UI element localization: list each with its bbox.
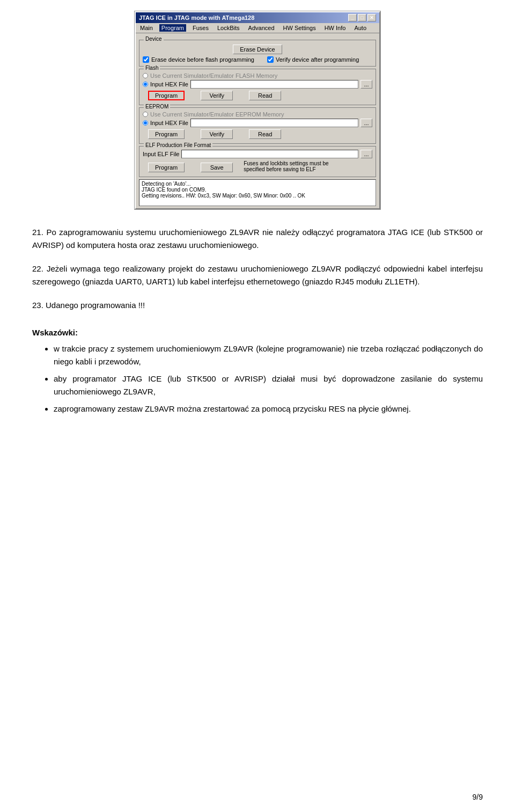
menu-lockbits[interactable]: LockBits [215, 24, 242, 32]
close-button[interactable]: ✕ [367, 14, 376, 21]
verify-after-programming-checkbox[interactable] [267, 56, 274, 63]
erase-before-flash-checkbox[interactable] [143, 56, 149, 63]
minimize-button[interactable]: _ [348, 14, 357, 21]
eeprom-hex-input[interactable] [190, 119, 358, 127]
flash-program-button[interactable]: Program [148, 91, 185, 100]
hint-item-3: zaprogramowany zestaw ZL9AVR można zrest… [54, 403, 483, 415]
menu-advanced[interactable]: Advanced [246, 24, 277, 32]
erase-before-flash-label: Erase device before flash programming [151, 56, 254, 63]
eeprom-buttons-row: Program Verify Read [143, 129, 372, 139]
p21-text: Po zaprogramowaniu systemu uruchomieniow… [32, 228, 483, 250]
hint-item-1: w trakcie pracy z systemem uruchomieniow… [54, 342, 483, 368]
erase-row: Erase Device [143, 45, 372, 54]
eeprom-hexfile-label: Input HEX File [150, 120, 188, 126]
paragraph-23: 23. Udanego programowania !!! [32, 299, 483, 312]
eeprom-simulator-radio[interactable] [143, 112, 148, 117]
window-title: JTAG ICE in JTAG mode with ATmega128 [139, 14, 254, 21]
device-group-label: Device [144, 36, 164, 42]
hints-section: Wskazówki: w trakcie pracy z systemem ur… [32, 328, 483, 415]
eeprom-group-label: EEPROM [144, 104, 170, 109]
maximize-button[interactable]: □ [358, 14, 366, 21]
device-group: Device Erase Device Erase device before … [139, 40, 376, 67]
screenshot-container: JTAG ICE in JTAG mode with ATmega128 _ □… [134, 11, 381, 210]
jtag-titlebar: JTAG ICE in JTAG mode with ATmega128 _ □… [136, 12, 379, 23]
flash-browse-button[interactable]: ... [360, 80, 372, 89]
hints-title: Wskazówki: [32, 328, 483, 337]
menu-hwinfo[interactable]: HW Info [322, 24, 348, 32]
eeprom-radio2-row: Input HEX File ... [143, 119, 372, 127]
elf-group-label: ELF Production File Format [144, 142, 212, 148]
page-number: 9/9 [473, 793, 483, 801]
flash-radio1-row: Use Current Simulator/Emulator FLASH Mem… [143, 72, 372, 79]
elf-save-button[interactable]: Save [201, 163, 233, 172]
erase-device-button[interactable]: Erase Device [233, 45, 282, 54]
flash-hexfile-radio[interactable] [143, 82, 148, 87]
verify-after-programming-label: Verify device after programming [276, 56, 359, 63]
elf-buttons: Program Save [143, 160, 233, 174]
titlebar-buttons: _ □ ✕ [348, 14, 376, 21]
jtag-log: Detecting on 'Auto'... JTAG ICE found on… [139, 179, 376, 206]
menu-main[interactable]: Main [138, 24, 155, 32]
eeprom-program-button[interactable]: Program [148, 129, 185, 139]
elf-input-row: Input ELF File ... [143, 150, 372, 158]
menu-auto[interactable]: Auto [352, 24, 369, 32]
elf-input-label: Input ELF File [143, 151, 179, 157]
elf-hex-input[interactable] [181, 150, 358, 158]
flash-group-label: Flash [144, 65, 160, 71]
menu-hwsettings[interactable]: HW Settings [281, 24, 318, 32]
eeprom-verify-button[interactable]: Verify [201, 129, 233, 139]
flash-hexfile-label: Input HEX File [150, 81, 188, 87]
checkbox-row1: Erase device before flash programming Ve… [143, 56, 372, 63]
eeprom-browse-button[interactable]: ... [360, 119, 372, 127]
elf-buttons-row: Program Save [143, 163, 233, 172]
flash-simulator-label: Use Current Simulator/Emulator FLASH Mem… [150, 72, 277, 79]
eeprom-simulator-label: Use Current Simulator/Emulator EEPROM Me… [150, 111, 284, 118]
p23-text: Udanego programowania !!! [46, 301, 145, 310]
flash-read-button[interactable]: Read [249, 91, 281, 100]
flash-simulator-radio[interactable] [143, 73, 148, 78]
flash-radio2-row: Input HEX File C:\AVR_Projekty\nowy1\now… [143, 80, 372, 89]
p22-text: Jeżeli wymaga tego realizowany projekt d… [32, 264, 483, 286]
eeprom-hexfile-radio[interactable] [143, 120, 148, 126]
log-line-1: Detecting on 'Auto'... [142, 181, 373, 187]
eeprom-read-button[interactable]: Read [249, 129, 281, 139]
elf-note: Fuses and lockbits settings must be spec… [244, 160, 329, 172]
p22-number: 22. [32, 264, 43, 273]
jtag-content: Device Erase Device Erase device before … [136, 33, 379, 208]
eeprom-group: EEPROM Use Current Simulator/Emulator EE… [139, 107, 376, 144]
paragraph-21: 21. Po zaprogramowaniu systemu uruchomie… [32, 226, 483, 252]
hints-list: w trakcie pracy z systemem uruchomieniow… [54, 342, 483, 415]
elf-program-button[interactable]: Program [148, 163, 185, 172]
hint-item-2: aby programator JTAG ICE (lub STK500 or … [54, 372, 483, 398]
menu-program[interactable]: Program [159, 24, 186, 32]
jtag-window: JTAG ICE in JTAG mode with ATmega128 _ □… [135, 11, 380, 209]
log-line-2: JTAG ICE found on COM9. [142, 187, 373, 193]
elf-bottom-row: Program Save Fuses and lockbits settings… [143, 160, 372, 174]
elf-browse-button[interactable]: ... [360, 150, 372, 158]
flash-group: Flash Use Current Simulator/Emulator FLA… [139, 69, 376, 105]
jtag-menubar: Main Program Fuses LockBits Advanced HW … [136, 23, 379, 33]
flash-verify-button[interactable]: Verify [201, 91, 233, 100]
paragraph-22: 22. Jeżeli wymaga tego realizowany proje… [32, 262, 483, 288]
elf-group: ELF Production File Format Input ELF Fil… [139, 146, 376, 177]
p21-number: 21. [32, 228, 43, 237]
menu-fuses[interactable]: Fuses [190, 24, 211, 32]
flash-hex-input[interactable]: C:\AVR_Projekty\nowy1\nowy1.hex [190, 80, 358, 89]
p23-number: 23. [32, 301, 43, 310]
log-line-3: Getting revisions.. HW: 0xc3, SW Major: … [142, 193, 373, 199]
eeprom-radio1-row: Use Current Simulator/Emulator EEPROM Me… [143, 111, 372, 118]
page-container: JTAG ICE in JTAG mode with ATmega128 _ □… [0, 0, 515, 812]
flash-buttons-row: Program Verify Read [143, 91, 372, 100]
